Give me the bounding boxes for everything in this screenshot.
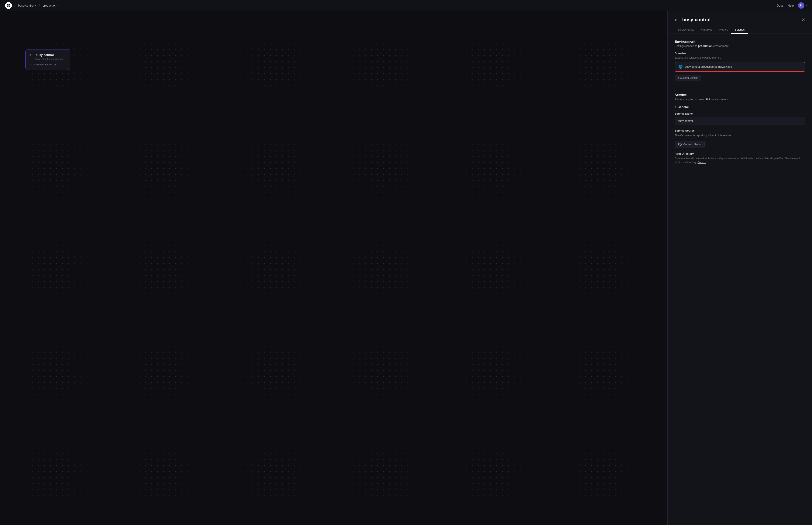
panel-title-row: >_ busy-control bbox=[675, 17, 710, 22]
service-name-input[interactable] bbox=[675, 117, 805, 125]
user-menu[interactable]: U ▾ bbox=[798, 2, 807, 9]
help-link[interactable]: Help bbox=[787, 4, 794, 7]
panel-tabs: Deployments Variables Metrics Settings bbox=[668, 26, 812, 34]
service-card-status-text: 5 minutes ago via Up bbox=[34, 63, 56, 66]
service-source-desc: There's no remote repository linked to t… bbox=[675, 134, 805, 137]
service-section-desc: Settings applied accross ALL environment… bbox=[675, 98, 805, 101]
tab-deployments[interactable]: Deployments bbox=[675, 26, 697, 34]
root-directory-desc: Directory that will be used for build an… bbox=[675, 156, 805, 164]
service-desc-bold: ALL bbox=[705, 98, 711, 101]
panel-header: >_ busy-control ✕ bbox=[668, 11, 812, 22]
topnav-left: / busy-control ▾ / production ▾ bbox=[5, 2, 59, 9]
service-desc-suffix: environments. bbox=[711, 98, 729, 101]
status-check-icon: ✓ bbox=[30, 63, 32, 66]
service-card-title: busy-control bbox=[36, 53, 54, 57]
service-card-terminal-icon: >_ bbox=[30, 53, 33, 57]
topnav-right: Docs Help U ▾ bbox=[777, 2, 807, 9]
service-card[interactable]: >_ busy-control busy-control-production.… bbox=[26, 49, 70, 70]
breadcrumb-project[interactable]: busy-control ▾ bbox=[18, 4, 36, 7]
service-section-title: Service bbox=[675, 93, 805, 97]
domains-label: Domains bbox=[675, 52, 805, 55]
panel-title: busy-control bbox=[682, 17, 710, 22]
service-card-header: >_ busy-control bbox=[30, 53, 66, 57]
canvas-area[interactable]: >_ busy-control busy-control-production.… bbox=[0, 11, 667, 525]
environment-title: Environment bbox=[675, 40, 805, 44]
tab-metrics[interactable]: Metrics bbox=[715, 26, 731, 34]
connect-repo-button[interactable]: Connect Repo bbox=[675, 141, 705, 148]
breadcrumb-project-label: busy-control bbox=[18, 4, 34, 7]
breadcrumb-env-label: production bbox=[43, 4, 56, 7]
service-card-url: busy-control-production.up.... bbox=[35, 58, 66, 60]
domains-section: Domains Expose this service to the publi… bbox=[675, 52, 805, 81]
connect-repo-label: Connect Repo bbox=[683, 143, 701, 146]
panel-terminal-icon: >_ bbox=[675, 17, 680, 22]
env-desc-prefix: Settings scoped to bbox=[675, 44, 698, 47]
domain-value: busy-control-production.up.railway.app bbox=[685, 65, 801, 68]
service-source-field: Service Source There's no remote reposit… bbox=[675, 129, 805, 148]
service-name-field: Service Name bbox=[675, 112, 805, 125]
service-card-status: ✓ 5 minutes ago via Up bbox=[30, 63, 66, 66]
env-desc-suffix: environment. bbox=[712, 44, 729, 47]
root-directory-docs-link[interactable]: Docs ↗ bbox=[697, 161, 706, 164]
env-desc-bold: production bbox=[698, 44, 713, 47]
side-panel: >_ busy-control ✕ Deployments Variables … bbox=[668, 11, 812, 525]
root-directory-label: Root Directory bbox=[675, 152, 805, 155]
accordion-general-header[interactable]: ▾ General bbox=[675, 105, 805, 109]
breadcrumb-separator-2: / bbox=[39, 3, 40, 7]
domains-sublabel: Expose this service to the public intern… bbox=[675, 56, 805, 59]
service-source-label: Service Source bbox=[675, 129, 805, 132]
domain-row[interactable]: 🌐 busy-control-production.up.railway.app bbox=[675, 62, 805, 72]
environment-section: Environment Settings scoped to productio… bbox=[675, 40, 805, 47]
custom-domain-button[interactable]: + Custom Domain bbox=[675, 75, 702, 81]
breadcrumb-project-chevron: ▾ bbox=[35, 4, 36, 7]
panel-body: Environment Settings scoped to productio… bbox=[668, 40, 812, 525]
breadcrumb-separator-1: / bbox=[14, 3, 15, 7]
topnav: / busy-control ▾ / production ▾ Docs Hel… bbox=[0, 0, 812, 11]
breadcrumb-env[interactable]: production ▾ bbox=[43, 4, 58, 7]
breadcrumb-env-chevron: ▾ bbox=[57, 4, 59, 7]
root-directory-field: Root Directory Directory that will be us… bbox=[675, 152, 805, 164]
github-icon bbox=[678, 142, 682, 146]
service-section: Service Settings applied accross ALL env… bbox=[675, 93, 805, 101]
section-divider-1 bbox=[675, 87, 805, 87]
main-content: >_ busy-control busy-control-production.… bbox=[0, 11, 812, 525]
panel-close-button[interactable]: ✕ bbox=[801, 18, 805, 22]
accordion-general-label: General bbox=[678, 105, 689, 109]
globe-icon: 🌐 bbox=[678, 65, 683, 69]
railway-logo[interactable] bbox=[5, 2, 12, 9]
root-directory-desc-text: Directory that will be used for build an… bbox=[675, 157, 800, 164]
tab-settings[interactable]: Settings bbox=[731, 26, 748, 34]
tab-variables[interactable]: Variables bbox=[697, 26, 715, 34]
avatar: U bbox=[798, 2, 804, 9]
custom-domain-label: + Custom Domain bbox=[678, 76, 698, 79]
accordion-chevron-icon: ▾ bbox=[675, 105, 676, 108]
environment-desc: Settings scoped to production environmen… bbox=[675, 44, 805, 47]
docs-link[interactable]: Docs bbox=[777, 4, 783, 7]
service-name-label: Service Name bbox=[675, 112, 805, 115]
general-accordion: ▾ General Service Name Service Source Th… bbox=[675, 105, 805, 164]
service-desc-prefix: Settings applied accross bbox=[675, 98, 705, 101]
user-menu-chevron: ▾ bbox=[806, 4, 807, 7]
